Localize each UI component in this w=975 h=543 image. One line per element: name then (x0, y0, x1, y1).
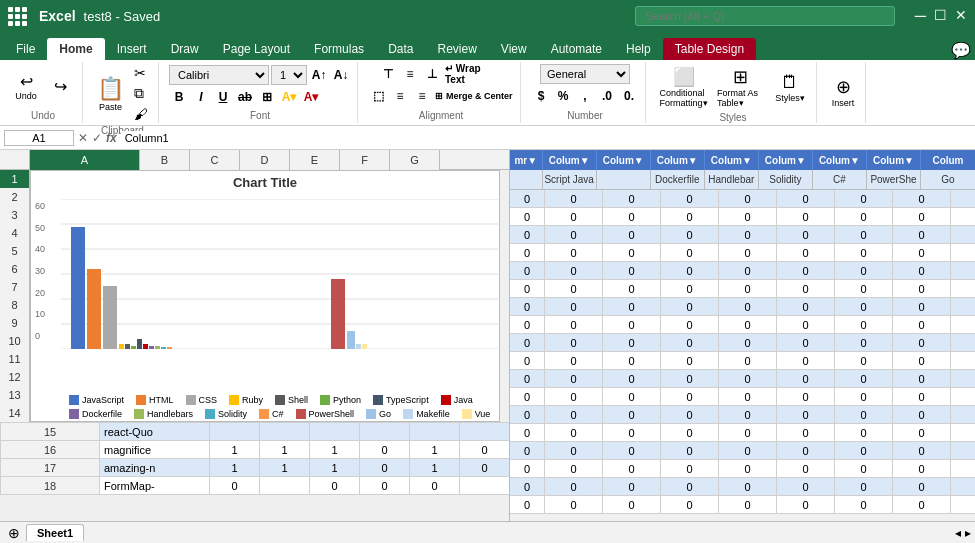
app-grid-icon[interactable] (8, 7, 27, 26)
name-box[interactable] (4, 130, 74, 146)
right-cell[interactable]: 0 (719, 298, 777, 316)
right-cell[interactable]: 0 (510, 496, 545, 514)
right-cell[interactable]: 0 (603, 334, 661, 352)
right-cell[interactable]: 0 (545, 478, 603, 496)
right-cell[interactable]: 0 (951, 262, 975, 280)
right-cell[interactable]: 0 (603, 370, 661, 388)
strikethrough-button[interactable]: ab (235, 87, 255, 107)
right-cell[interactable]: 0 (661, 190, 719, 208)
right-cell[interactable]: 0 (777, 460, 835, 478)
right-cell[interactable]: 0 (951, 424, 975, 442)
bold-button[interactable]: B (169, 87, 189, 107)
right-cell[interactable]: 0 (777, 478, 835, 496)
row-2-num[interactable]: 2 (0, 188, 30, 206)
right-cell[interactable]: 0 (719, 208, 777, 226)
percent-button[interactable]: % (553, 86, 573, 106)
right-cell[interactable]: 0 (951, 406, 975, 424)
cell-17-E[interactable]: 0 (360, 459, 410, 477)
right-cell[interactable]: 0 (893, 370, 951, 388)
right-cell[interactable]: 0 (545, 316, 603, 334)
cell-15-F[interactable] (410, 423, 460, 441)
right-cell[interactable]: 0 (545, 370, 603, 388)
right-cell[interactable]: 0 (603, 190, 661, 208)
right-cell[interactable]: 0 (510, 424, 545, 442)
right-cell[interactable]: 0 (835, 244, 893, 262)
row-1-num[interactable]: 1 (0, 170, 30, 188)
insert-function-icon[interactable]: fx (106, 131, 117, 145)
right-cell[interactable]: 0 (835, 388, 893, 406)
merge-center-button[interactable]: ⊞ Merge & Center (434, 86, 514, 106)
right-cell[interactable]: 0 (777, 370, 835, 388)
right-cell[interactable]: 0 (951, 298, 975, 316)
right-cell[interactable]: 0 (719, 442, 777, 460)
right-cell[interactable]: 0 (893, 388, 951, 406)
right-cell[interactable]: 0 (510, 262, 545, 280)
right-cell[interactable]: 0 (719, 226, 777, 244)
right-cell[interactable]: 0 (719, 280, 777, 298)
right-cell[interactable]: 0 (661, 316, 719, 334)
right-cell[interactable]: 0 (893, 244, 951, 262)
right-col-2[interactable]: Colum▼ (597, 150, 651, 170)
right-cell[interactable]: 0 (893, 208, 951, 226)
right-cell[interactable]: 0 (835, 208, 893, 226)
right-cell[interactable]: 0 (603, 244, 661, 262)
wrap-text-button[interactable]: ↵ Wrap Text (444, 64, 504, 84)
right-cell[interactable]: 0 (545, 442, 603, 460)
right-cell[interactable]: 0 (545, 460, 603, 478)
right-cell[interactable]: 0 (661, 334, 719, 352)
cell-17-G[interactable]: 0 (460, 459, 510, 477)
right-cell[interactable]: 0 (777, 442, 835, 460)
cell-15-G[interactable] (460, 423, 510, 441)
right-cell[interactable]: 0 (719, 424, 777, 442)
cell-18-G[interactable] (460, 477, 510, 495)
cell-18-C[interactable] (260, 477, 310, 495)
right-cell[interactable]: 0 (951, 478, 975, 496)
tab-data[interactable]: Data (376, 38, 425, 60)
right-cell[interactable]: 0 (661, 442, 719, 460)
right-cell[interactable]: 0 (951, 226, 975, 244)
row-16-num[interactable]: 16 (1, 441, 100, 459)
right-cell[interactable]: 0 (545, 388, 603, 406)
cell-15-C[interactable] (260, 423, 310, 441)
cell-17-C[interactable]: 1 (260, 459, 310, 477)
confirm-formula-icon[interactable]: ✓ (92, 131, 102, 145)
right-cell[interactable]: 0 (661, 496, 719, 514)
right-cell[interactable]: 0 (661, 352, 719, 370)
right-cell[interactable]: 0 (545, 280, 603, 298)
tab-draw[interactable]: Draw (159, 38, 211, 60)
align-middle-button[interactable]: ≡ (400, 64, 420, 84)
row-8-num[interactable]: 8 (0, 296, 30, 314)
right-col-4[interactable]: Colum▼ (705, 150, 759, 170)
right-cell[interactable]: 0 (603, 442, 661, 460)
right-cell[interactable]: 0 (661, 478, 719, 496)
right-cell[interactable]: 0 (719, 190, 777, 208)
right-cell[interactable]: 0 (719, 496, 777, 514)
right-col-7[interactable]: Colum▼ (867, 150, 921, 170)
right-cell[interactable]: 0 (603, 388, 661, 406)
row-5-num[interactable]: 5 (0, 242, 30, 260)
right-cell[interactable]: 0 (835, 424, 893, 442)
right-cell[interactable]: 0 (893, 424, 951, 442)
right-cell[interactable]: 0 (510, 208, 545, 226)
increase-font-button[interactable]: A↑ (309, 65, 329, 85)
right-cell[interactable]: 0 (893, 298, 951, 316)
right-cell[interactable]: 0 (893, 226, 951, 244)
right-cell[interactable]: 0 (719, 334, 777, 352)
row-7-num[interactable]: 7 (0, 278, 30, 296)
right-col-5[interactable]: Colum▼ (759, 150, 813, 170)
right-cell[interactable]: 0 (951, 388, 975, 406)
right-cell[interactable]: 0 (893, 316, 951, 334)
right-cell[interactable]: 0 (951, 352, 975, 370)
align-center-button[interactable]: ≡ (390, 86, 410, 106)
format-as-table-button[interactable]: ⊞ Format As Table▾ (713, 64, 768, 110)
cell-16-G[interactable]: 0 (460, 441, 510, 459)
row-4-num[interactable]: 4 (0, 224, 30, 242)
row-12-num[interactable]: 12 (0, 368, 30, 386)
cell-16-D[interactable]: 1 (310, 441, 360, 459)
col-header-B[interactable]: B (140, 150, 190, 170)
right-cell[interactable]: 0 (545, 334, 603, 352)
right-cell[interactable]: 0 (893, 442, 951, 460)
right-cell[interactable]: 0 (510, 352, 545, 370)
row-10-num[interactable]: 10 (0, 332, 30, 350)
cell-16-F[interactable]: 1 (410, 441, 460, 459)
